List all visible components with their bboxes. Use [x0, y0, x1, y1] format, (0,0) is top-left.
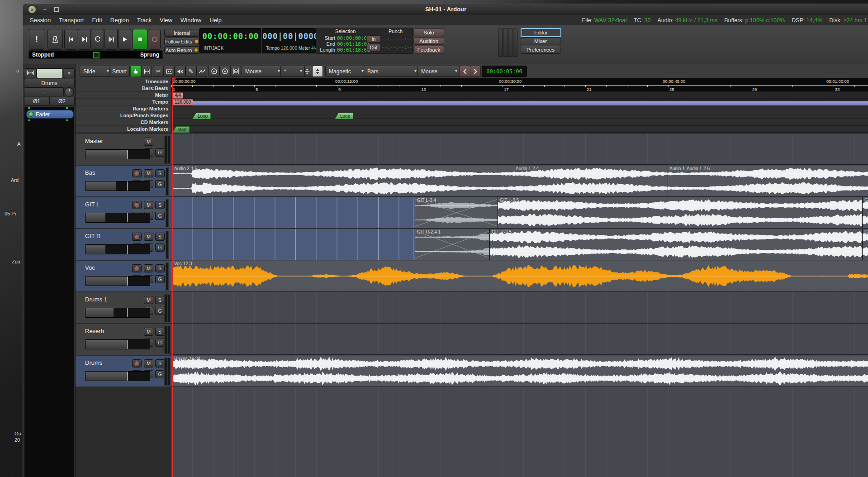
- snap-mode-select[interactable]: Magnetic▾: [325, 66, 366, 77]
- region-git-r-2-4-1[interactable]: GIT R-2.4 1: [415, 229, 489, 260]
- gain-slider[interactable]: [85, 339, 150, 349]
- zoom-fit-button[interactable]: [230, 66, 241, 77]
- gain-slider[interactable]: [85, 244, 150, 254]
- follow-edits-button[interactable]: Follow Edits: [164, 38, 199, 45]
- group-button[interactable]: G: [155, 307, 165, 315]
- mute-button[interactable]: M: [144, 296, 153, 304]
- track-lane-bas[interactable]: Audio 2-1.5Audio 1-2.4Audio 1-2.5Audio 1…: [171, 166, 868, 196]
- shuttle-control[interactable]: [93, 52, 100, 58]
- nudge-clock[interactable]: 00:00:05:00: [482, 66, 527, 77]
- mute-button[interactable]: M: [144, 328, 153, 336]
- title-bar[interactable]: × – SH-01 - Ardour: [23, 4, 868, 15]
- group-button[interactable]: G: [155, 339, 165, 347]
- view-mixer-button[interactable]: Mixer: [521, 37, 560, 45]
- tool-draw-button[interactable]: ✎: [185, 66, 196, 77]
- track-lane-git-r[interactable]: GIT R-2.4 1GIT R-2.5GIT R-2.6: [171, 229, 868, 260]
- ruler-strip[interactable]: 00:00:00:0000:00:15:0000:00:30:0000:00:4…: [171, 78, 868, 133]
- view-preferences-button[interactable]: Preferences: [521, 46, 560, 54]
- mute-button[interactable]: M: [144, 201, 153, 209]
- solo-button[interactable]: S: [155, 328, 165, 336]
- punch-in-button[interactable]: In: [366, 35, 381, 43]
- edit-mode-select[interactable]: Slide▾: [80, 66, 112, 77]
- region-audio-1-2-4[interactable]: [514, 166, 668, 196]
- pan-knob[interactable]: [64, 87, 74, 97]
- expand-tracks-button[interactable]: [312, 66, 323, 77]
- solo-button[interactable]: S: [155, 359, 165, 367]
- track-lane-drums[interactable]: Drums-1b.24: [171, 356, 868, 386]
- record-enable-button[interactable]: [132, 233, 142, 241]
- region-git-l-3-4[interactable]: GIT L-3.4: [415, 197, 498, 228]
- menu-help[interactable]: Help: [205, 17, 226, 24]
- track-lane-drums-1[interactable]: [171, 292, 868, 323]
- menu-window[interactable]: Window: [176, 17, 205, 24]
- tool-stretch-button[interactable]: [164, 66, 175, 77]
- processor-fader[interactable]: Fader: [26, 110, 74, 119]
- phase-invert-2-button[interactable]: Ø2: [49, 97, 75, 106]
- ruler-row-timecode[interactable]: 00:00:00:0000:00:15:0000:00:30:0000:00:4…: [171, 78, 868, 85]
- primary-clock[interactable]: 00:00:00:00 INT/JACK: [199, 28, 261, 53]
- gain-slider[interactable]: [85, 308, 150, 318]
- view-editor-button[interactable]: Editor: [521, 28, 561, 37]
- nudge-forward-button[interactable]: [470, 66, 481, 77]
- strip-pan-button[interactable]: -: [24, 87, 64, 96]
- record-enable-button[interactable]: [132, 359, 142, 367]
- edit-point-select[interactable]: Mouse▾: [417, 66, 460, 77]
- strip-record-indicator[interactable]: [37, 68, 63, 78]
- smart-mode-button[interactable]: Smart: [109, 66, 130, 77]
- tempo-marker[interactable]: 126,000: [172, 99, 193, 105]
- tool-audition-button[interactable]: [175, 66, 185, 77]
- ruler-row-range-markers[interactable]: [171, 105, 868, 112]
- processor-box[interactable]: Fader: [24, 107, 74, 477]
- track-header-git-r[interactable]: GIT RMSPAG: [75, 229, 171, 260]
- punch-out-button[interactable]: Out: [366, 44, 381, 51]
- grid-type-select[interactable]: Bars▾: [364, 66, 419, 77]
- group-button[interactable]: G: [155, 212, 165, 220]
- mute-button[interactable]: M: [144, 233, 153, 241]
- menu-session[interactable]: Session: [26, 17, 55, 24]
- solo-button[interactable]: S: [155, 296, 165, 304]
- feedback-button[interactable]: Feedback: [413, 46, 444, 53]
- track-header-voc[interactable]: VocMSPAG: [75, 261, 171, 291]
- gain-slider[interactable]: [85, 149, 150, 159]
- mute-button[interactable]: M: [144, 169, 153, 177]
- empty-track-area[interactable]: [172, 197, 415, 228]
- meter-marker[interactable]: 4/4: [172, 92, 183, 99]
- track-header-master[interactable]: MasterMAG: [75, 134, 171, 165]
- menu-view[interactable]: View: [156, 17, 176, 24]
- phase-invert-1-button[interactable]: Ø1: [24, 97, 49, 106]
- menu-track[interactable]: Track: [133, 17, 156, 24]
- tool-range-button[interactable]: [141, 66, 152, 77]
- transport-state-bar[interactable]: Stopped Sprung: [28, 50, 163, 59]
- solo-button[interactable]: S: [155, 201, 165, 209]
- audition-button[interactable]: Audition: [413, 37, 444, 45]
- playhead-line[interactable]: [172, 78, 173, 133]
- sync-source-button[interactable]: Internal: [164, 29, 199, 37]
- stop-button[interactable]: [133, 29, 147, 50]
- empty-track-area[interactable]: [172, 229, 415, 260]
- strip-width-button[interactable]: [24, 68, 37, 78]
- region-git-r-2-5[interactable]: GIT R-2.5: [489, 229, 862, 260]
- record-enable-button[interactable]: [132, 169, 142, 177]
- mute-button[interactable]: M: [144, 138, 153, 146]
- track-lane-voc[interactable]: Voc-12.3: [171, 261, 868, 291]
- zoom-in-button[interactable]: [219, 66, 230, 77]
- region-git-r-2-6[interactable]: GIT R-2.6: [862, 229, 868, 260]
- auto-return-button[interactable]: Auto Return: [164, 46, 199, 54]
- group-button[interactable]: G: [155, 370, 165, 378]
- ruler-row-location-markers[interactable]: start: [171, 126, 868, 133]
- metronome-button[interactable]: [47, 29, 63, 50]
- track-header-reverb[interactable]: ReverbMSAG: [75, 324, 171, 355]
- loop-button[interactable]: [91, 29, 104, 50]
- group-button[interactable]: G: [155, 243, 165, 252]
- strip-name-button[interactable]: Drums: [24, 79, 75, 87]
- secondary-clock[interactable]: 000|00|0000 Tempo 126,000 Meter 4/4: [262, 28, 316, 53]
- region-git-l-3-6[interactable]: GIT L-3.6: [862, 197, 868, 228]
- tool-edit-points-button[interactable]: [196, 66, 207, 77]
- region-drums-1b-24[interactable]: [172, 356, 868, 386]
- mute-button[interactable]: M: [144, 264, 153, 272]
- region-audio-2-1-5[interactable]: [172, 166, 514, 196]
- play-button[interactable]: [118, 29, 131, 50]
- solo-button[interactable]: Solo: [413, 29, 444, 36]
- track-header-git-l[interactable]: GIT LMSPAG: [75, 197, 171, 228]
- track-header-drums[interactable]: DrumsMSPAG: [75, 356, 171, 386]
